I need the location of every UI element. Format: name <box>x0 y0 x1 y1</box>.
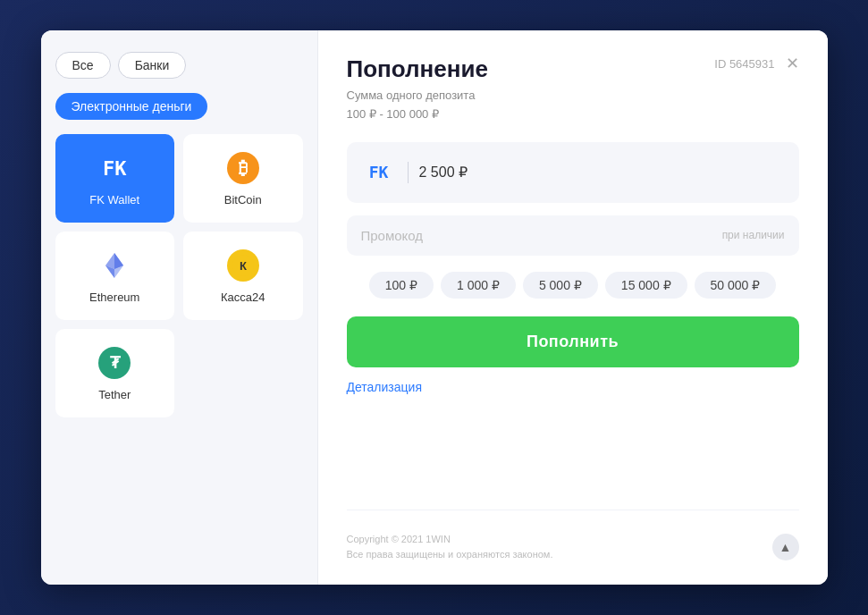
filter-banks-btn[interactable]: Банки <box>118 52 187 79</box>
bitcoin-icon: ₿ <box>225 150 261 186</box>
filter-all-btn[interactable]: Все <box>55 52 111 79</box>
promo-placeholder: Промокод <box>361 228 722 243</box>
filter-row: Все Банки <box>55 52 303 79</box>
payment-methods-panel: Все Банки Электронные деньги FK FK Walle… <box>41 30 318 585</box>
payment-card-tether[interactable]: ₮ Tether <box>55 329 175 417</box>
modal-header: Пополнение ID 5645931 ✕ <box>347 55 799 83</box>
details-link[interactable]: Детализация <box>347 380 799 394</box>
svg-text:К: К <box>240 259 247 273</box>
deposit-button[interactable]: Пополнить <box>347 316 799 367</box>
payment-card-eth[interactable]: Ethereum <box>55 232 175 320</box>
modal-id: ID 5645931 <box>714 57 774 71</box>
quick-amounts-row: 100 ₽ 1 000 ₽ 5 000 ₽ 15 000 ₽ 50 000 ₽ <box>347 272 799 299</box>
payment-card-fk[interactable]: FK FK Wallet <box>55 134 175 223</box>
scroll-up-button[interactable]: ▲ <box>772 534 799 560</box>
amount-value[interactable]: 2 500 ₽ <box>419 164 785 181</box>
kassa-icon: К <box>225 248 261 283</box>
deposit-modal: Все Банки Электронные деньги FK FK Walle… <box>41 30 828 585</box>
quick-amount-btn-3[interactable]: 5 000 ₽ <box>523 272 598 299</box>
deposit-range: Сумма одного депозита 100 ₽ - 100 000 ₽ <box>347 87 799 124</box>
ethereum-label: Ethereum <box>89 291 139 304</box>
modal-title: Пополнение <box>347 55 488 83</box>
modal-footer: Copyright © 2021 1WIN Все права защищены… <box>347 510 799 563</box>
quick-amount-btn-5[interactable]: 50 000 ₽ <box>695 272 777 299</box>
fk-wallet-label: FK Wallet <box>89 193 139 206</box>
promo-input-box[interactable]: Промокод при наличии <box>347 215 799 256</box>
modal-id-close-area: ID 5645931 ✕ <box>714 55 798 72</box>
footer-text: Copyright © 2021 1WIN Все права защищены… <box>347 532 553 563</box>
tether-label: Tether <box>98 388 131 401</box>
payment-card-kassa[interactable]: К Касса24 <box>183 232 303 320</box>
ethereum-icon <box>97 248 132 283</box>
quick-amount-btn-4[interactable]: 15 000 ₽ <box>605 272 687 299</box>
selected-method-icon: FK <box>361 155 397 190</box>
quick-amount-btn-1[interactable]: 100 ₽ <box>369 272 434 299</box>
tether-icon: ₮ <box>97 345 132 381</box>
fk-wallet-icon: FK <box>97 150 132 186</box>
payment-grid: FK FK Wallet ₿ BitCoin <box>55 134 303 417</box>
payment-card-btc[interactable]: ₿ BitCoin <box>183 134 303 223</box>
quick-amount-btn-2[interactable]: 1 000 ₽ <box>441 272 516 299</box>
deposit-form-panel: Пополнение ID 5645931 ✕ Сумма одного деп… <box>318 30 828 585</box>
bitcoin-label: BitCoin <box>224 193 262 206</box>
amount-input-box[interactable]: FK 2 500 ₽ <box>347 142 799 203</box>
close-button[interactable]: ✕ <box>786 55 799 72</box>
kassa-label: Касса24 <box>221 291 265 304</box>
filter-electronic-btn[interactable]: Электронные деньги <box>55 93 208 120</box>
input-divider <box>408 162 409 183</box>
promo-hint: при наличии <box>722 229 785 241</box>
